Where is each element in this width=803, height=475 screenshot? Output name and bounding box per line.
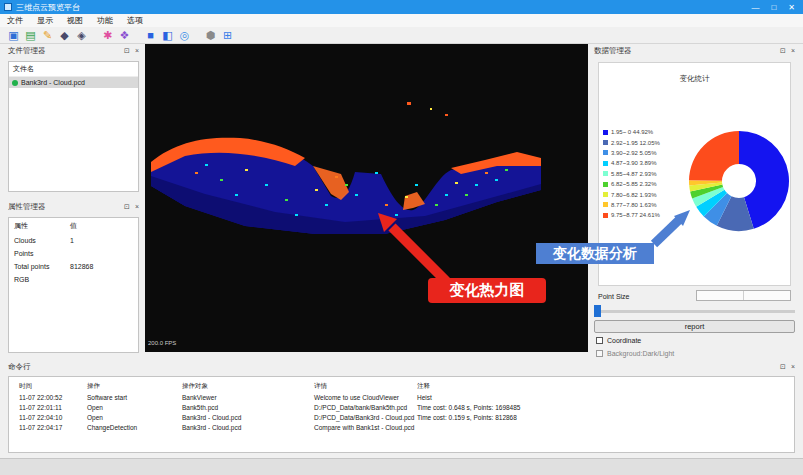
report-button[interactable]: report (594, 320, 795, 333)
app-icon (4, 3, 12, 11)
close-button[interactable]: ✕ (788, 3, 795, 12)
point-size-spinbox[interactable] (696, 290, 791, 301)
heatmap-arrow (370, 209, 460, 289)
file-tree-header: 文件名 (9, 62, 138, 77)
console-table-header: 时间操作 操作对象详情 注释 (9, 380, 794, 392)
settings-star-icon[interactable]: ✱ (99, 28, 116, 43)
save-icon[interactable]: ◆ (56, 28, 73, 43)
point-cloud-render (145, 44, 588, 352)
menubar: 文件 显示 视图 功能 选项 (0, 14, 803, 27)
analysis-callout: 变化数据分析 (536, 243, 654, 264)
property-manager-title: 属性管理器 (8, 202, 119, 212)
box-filled-icon[interactable]: ■ (142, 28, 159, 43)
file-manager-title: 文件管理器 (8, 46, 119, 56)
checkbox-box[interactable] (596, 350, 603, 357)
slider-handle[interactable] (594, 305, 601, 317)
heatmap-callout: 变化热力图 (428, 278, 546, 303)
pie-slice (689, 131, 739, 181)
legend-item: 7.80~6.82 1.93% (603, 189, 691, 199)
fps-counter: 200.0 FPS (148, 340, 176, 346)
open-file-icon[interactable]: ▣ (5, 28, 22, 43)
point-size-label: Point Size (598, 293, 630, 300)
legend-item: 4.87~3.90 3.89% (603, 158, 691, 168)
property-row: Clouds1 (9, 234, 138, 247)
titlebar[interactable]: 三维点云预览平台 — □ ✕ (0, 0, 803, 14)
legend-item: 3.90~2.92 5.05% (603, 148, 691, 158)
window-bottom-strip (0, 458, 803, 475)
float-icon[interactable]: ⊡ (124, 203, 130, 211)
background-label: Backgroud:Dark/Light (607, 350, 674, 357)
bounding-box-icon[interactable]: ⊞ (219, 28, 236, 43)
close-icon[interactable]: × (135, 203, 139, 210)
property-table-header: 属性值 (9, 218, 138, 234)
console-row[interactable]: 11-07 22:01:11Open Bank5th.pcdD:/PCD_Dat… (9, 402, 794, 412)
box-half-icon[interactable]: ◧ (159, 28, 176, 43)
maximize-button[interactable]: □ (771, 3, 776, 12)
property-manager-panel: 属性管理器 ⊡ × 属性值 Clouds1 Points Total point… (4, 200, 143, 357)
console-title: 命令行 (8, 362, 775, 372)
viewport-3d[interactable]: 变化热力图 200.0 FPS (145, 44, 588, 352)
console-row[interactable]: 11-07 22:04:10Open Bank3rd - Cloud.pcdD:… (9, 412, 794, 422)
close-icon[interactable]: × (135, 47, 139, 54)
add-cloud-icon[interactable]: ▤ (22, 28, 39, 43)
menu-function[interactable]: 功能 (90, 15, 120, 26)
legend-item: 5.85~4.87 2.93% (603, 169, 691, 179)
file-tree-item-label: Bank3rd - Cloud.pcd (21, 79, 85, 86)
float-icon[interactable]: ⊡ (124, 47, 130, 55)
menu-file[interactable]: 文件 (0, 15, 30, 26)
legend-item: 1.95~ 0 44.92% (603, 127, 691, 137)
background-checkbox[interactable]: Backgroud:Dark/Light (596, 350, 674, 357)
coordinate-checkbox[interactable]: Coordinate (596, 337, 641, 344)
console-row[interactable]: 11-07 22:04:17ChangeDetection Bank3rd - … (9, 422, 794, 432)
legend-item: 2.92~1.95 12.05% (603, 137, 691, 147)
window-title: 三维点云预览平台 (16, 2, 751, 13)
float-icon[interactable]: ⊡ (780, 363, 786, 371)
pie-chart-svg (687, 129, 791, 233)
file-tree-item[interactable]: Bank3rd - Cloud.pcd (9, 77, 138, 88)
menu-view[interactable]: 视图 (60, 15, 90, 26)
property-row: Points (9, 247, 138, 260)
property-row: RGB (9, 273, 138, 286)
cloud-status-dot (12, 80, 18, 86)
menu-options[interactable]: 选项 (120, 15, 150, 26)
float-icon[interactable]: ⊡ (780, 47, 786, 55)
pie-chart-title: 变化统计 (599, 74, 790, 84)
checkbox-box[interactable] (596, 337, 603, 344)
data-manager-title: 数据管理器 (594, 46, 775, 56)
menu-display[interactable]: 显示 (30, 15, 60, 26)
analysis-arrow (642, 200, 698, 250)
property-row: Total points812868 (9, 260, 138, 273)
coordinate-label: Coordinate (607, 337, 641, 344)
convert-cube-icon[interactable]: ❖ (116, 28, 133, 43)
file-manager-panel: 文件管理器 ⊡ × 文件名 Bank3rd - Cloud.pcd (4, 44, 143, 196)
brush-icon[interactable]: ✎ (39, 28, 56, 43)
mesh-hexagon-icon[interactable]: ⬢ (202, 28, 219, 43)
legend-item: 6.82~5.85 2.32% (603, 179, 691, 189)
console-row[interactable]: 11-07 22:00:52Software start BankViewerW… (9, 392, 794, 402)
toolbar: ▣▤✎◆◈✱❖■◧◎⬢⊞ (0, 27, 803, 44)
point-size-slider[interactable] (594, 305, 795, 317)
cylinder-icon[interactable]: ◎ (176, 28, 193, 43)
close-icon[interactable]: × (791, 47, 795, 54)
minimize-button[interactable]: — (751, 3, 759, 12)
console-panel: 命令行 ⊡ × 时间操作 操作对象详情 注释 11-07 22:00:52Sof… (4, 360, 799, 455)
save-as-icon[interactable]: ◈ (73, 28, 90, 43)
close-icon[interactable]: × (791, 363, 795, 370)
